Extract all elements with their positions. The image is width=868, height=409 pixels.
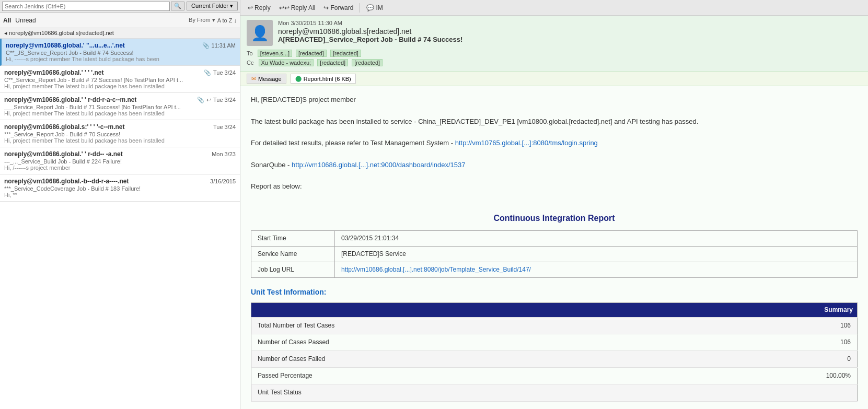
- tms-link[interactable]: http://vm10765.global.[...]:8080/tms/log…: [455, 139, 598, 147]
- attachment-icon: 📎: [202, 42, 210, 49]
- summary-value: 106: [678, 334, 857, 350]
- recipient-tag: [steven.s...]: [258, 50, 292, 57]
- recipient-tag: [redacted]: [330, 50, 361, 57]
- sonarqube-link[interactable]: http://vm10686.global.[...].net:9000/das…: [292, 161, 465, 169]
- to-label: To: [247, 50, 253, 56]
- email-preview: Hi, /------s project member: [4, 165, 236, 171]
- im-button[interactable]: 💬 IM: [363, 3, 386, 13]
- report-attachment-tab[interactable]: ⬤ Report.html (6 KB): [291, 74, 356, 84]
- body-line2: For detailed test results, please refer …: [251, 138, 858, 149]
- im-label: IM: [376, 4, 383, 11]
- email-time: Tue 3/24: [213, 124, 236, 130]
- table-row: Job Log URL http://vm10686.global.[...].…: [251, 262, 858, 277]
- info-value: 03/29/2015 21:01:34: [335, 230, 858, 246]
- summary-value: 106: [678, 317, 857, 334]
- email-meta: Tue 3/24: [213, 124, 236, 130]
- email-date: Mon 3/30/2015 11:30 AM: [278, 20, 862, 26]
- summary-label: Total Number of Test Cases: [251, 317, 679, 334]
- reply-label: Reply: [254, 4, 271, 11]
- sort-controls: By From ▾ A to Z ↓: [189, 17, 237, 24]
- email-subject: ***_Service_CodeCoverage Job - Build # 1…: [4, 185, 236, 192]
- table-row: Passed Percentage 100.00%: [251, 368, 858, 384]
- table-row: Start Time 03/29/2015 21:01:34: [251, 230, 858, 246]
- html-icon: ⬤: [295, 75, 302, 82]
- email-meta: 📎 Tue 3/24: [204, 69, 236, 76]
- email-meta: 3/16/2015: [210, 178, 236, 184]
- summary-value: 100.00%: [678, 368, 857, 384]
- ci-report-title: Continuous Integration Report: [251, 212, 858, 225]
- info-value: http://vm10686.global.[...].net:8080/job…: [335, 262, 858, 277]
- list-item[interactable]: noreply@vm10686.global.' ' r-dd-r-a-c--m…: [0, 93, 240, 120]
- report-tab-label: Report.html (6 KB): [304, 76, 351, 82]
- avatar: 👤: [247, 20, 273, 46]
- summary-header: Summary: [251, 302, 858, 317]
- email-sender: noreply@vm10686.global.' ' r-dd-r-a-c--m…: [4, 96, 136, 103]
- table-header-row: Summary: [251, 302, 858, 317]
- summary-label: Unit Test Status: [251, 384, 679, 401]
- message-tab[interactable]: ✉ Message: [247, 74, 286, 84]
- email-header: 👤 Mon 3/30/2015 11:30 AM noreply@vm10686…: [240, 16, 868, 72]
- recipient-tag: [redacted]: [296, 50, 327, 57]
- email-time: Tue 3/24: [213, 97, 236, 103]
- reply-all-button[interactable]: ↩↩ Reply All: [276, 3, 319, 13]
- message-icon: ✉: [251, 75, 256, 82]
- job-log-link[interactable]: http://vm10686.global.[...].net:8080/job…: [341, 266, 531, 273]
- list-item[interactable]: noreply@vm10686.global.-b--dd-r-a----.ne…: [0, 174, 240, 202]
- cc-recipient-tag: [redacted]: [352, 59, 383, 66]
- table-row: Number of Cases Passed 106: [251, 334, 858, 350]
- email-body: Hi, [REDACTED]S project member The lates…: [240, 86, 868, 409]
- sort-by-button[interactable]: By From ▾: [189, 17, 215, 24]
- attachment-icon: 📎: [197, 97, 204, 103]
- body-line1: The latest build package has been instal…: [251, 116, 858, 127]
- sort-order-button[interactable]: A to Z ↓: [217, 17, 237, 24]
- email-sender: noreply@vm10686.global.s:' ' ' '-c--m.ne…: [4, 123, 125, 131]
- list-item[interactable]: noreply@vm10686.global.' ' r-dd-- -a.net…: [0, 147, 240, 174]
- email-subject: ---_..._Service_Build Job - Build # 224 …: [4, 158, 236, 165]
- email-list-panel: 🔍 Current Folder ▾ All Unread By From ▾ …: [0, 0, 240, 409]
- table-row: Unit Test Status: [251, 384, 858, 401]
- email-meta: Mon 3/23: [212, 151, 236, 157]
- email-cc-recipients: Cc Xu Wade - wadexu; [redacted] [redacte…: [247, 59, 862, 67]
- summary-value: [678, 384, 857, 401]
- tab-all[interactable]: All: [3, 17, 11, 24]
- table-row: Number of Cases Failed 0: [251, 351, 858, 368]
- toolbar-separator: [360, 3, 360, 13]
- email-toolbar: ↩ Reply ↩↩ Reply All ↪ Forward 💬 IM: [240, 0, 868, 16]
- search-bar: 🔍 Current Folder ▾: [0, 0, 240, 13]
- email-recipients: To [steven.s...] [redacted] [redacted]: [247, 49, 862, 57]
- cc-recipient-tag: [redacted]: [317, 59, 348, 66]
- summary-label: Number of Cases Failed: [251, 351, 679, 368]
- email-time: Mon 3/23: [212, 151, 236, 157]
- list-item[interactable]: noreply@vm10686.global.' "...u...e...'.n…: [0, 39, 240, 66]
- email-time: 11:31 AM: [212, 42, 236, 49]
- email-header-info: Mon 3/30/2015 11:30 AM noreply@vm10686.g…: [278, 20, 862, 43]
- email-preview: Hi, project member The latest build pack…: [4, 83, 236, 89]
- email-subject-header: A[REDACTED]_Service_Report Job - Build #…: [278, 36, 862, 43]
- email-sender: noreply@vm10686.global.' ' r-dd-- -a.net: [4, 150, 123, 158]
- search-input[interactable]: [2, 2, 170, 11]
- email-meta: 📎 ↩ Tue 3/24: [197, 97, 236, 103]
- email-subject: ___Service_Report Job - Build # 71 Succe…: [4, 104, 236, 110]
- info-label: Service Name: [251, 246, 335, 262]
- list-item[interactable]: noreply@vm10686.global.' ' ' '.net 📎 Tue…: [0, 66, 240, 93]
- cc-recipient-tag: Xu Wade - wadexu;: [259, 59, 314, 66]
- tabs-row: All Unread By From ▾ A to Z ↓: [0, 13, 240, 28]
- body-line2-text: For detailed test results, please refer …: [251, 139, 453, 147]
- attachment-icon: 📎: [204, 69, 211, 76]
- email-preview: Hi, project member The latest build pack…: [4, 137, 236, 144]
- summary-label: Passed Percentage: [251, 368, 679, 384]
- email-from-name: noreply@vm10686.global.s[redacted].net: [278, 27, 862, 36]
- forward-button[interactable]: ↪ Forward: [320, 3, 356, 13]
- summary-label: Number of Cases Passed: [251, 334, 679, 350]
- sonarqube-line: SonarQube - http://vm10686.global.[...].…: [251, 160, 858, 171]
- attachments-row: ✉ Message ⬤ Report.html (6 KB): [240, 72, 868, 86]
- reply-button[interactable]: ↩ Reply: [245, 3, 274, 13]
- email-sender: noreply@vm10686.global.' "...u...e...'.n…: [6, 42, 125, 49]
- email-preview: Hi, project member The latest build pack…: [4, 110, 236, 116]
- tab-unread[interactable]: Unread: [15, 17, 189, 24]
- list-item[interactable]: noreply@vm10686.global.s:' ' ' '-c--m.ne…: [0, 120, 240, 147]
- folder-button[interactable]: Current Folder ▾: [187, 2, 238, 10]
- report-as-below: Report as below:: [251, 181, 858, 192]
- email-time: Tue 3/24: [213, 69, 236, 76]
- search-button[interactable]: 🔍: [171, 2, 184, 10]
